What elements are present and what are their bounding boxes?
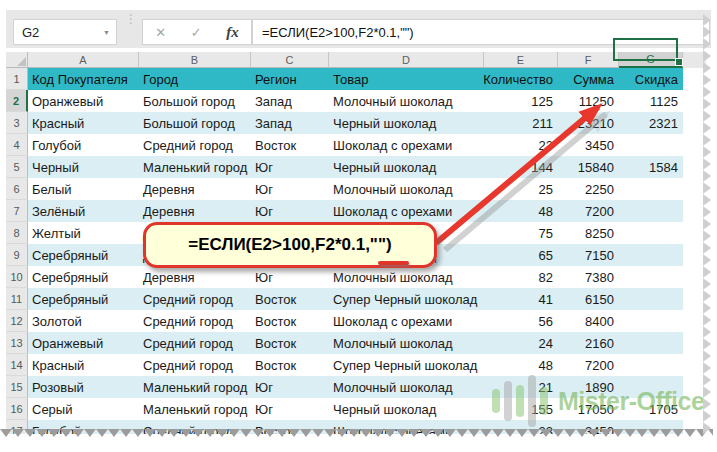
cell[interactable]: Шоколад с орехами (329, 200, 484, 222)
cell[interactable] (619, 200, 683, 222)
row-number[interactable]: 13 (6, 332, 28, 354)
cell[interactable]: 48 (484, 354, 558, 376)
cell[interactable]: Восток (251, 134, 329, 156)
cell[interactable]: Желтый (28, 222, 139, 244)
cell[interactable]: Белый (28, 178, 139, 200)
cell[interactable]: Молочный шоколад (329, 266, 484, 288)
insert-function-icon[interactable]: fx (226, 24, 239, 41)
cell[interactable]: Большой город (139, 112, 251, 134)
cell[interactable]: 125 (484, 90, 558, 112)
cell[interactable]: Юг (251, 398, 329, 420)
cell[interactable]: 82 (484, 266, 558, 288)
cell[interactable]: Шоколад с орехами (329, 420, 484, 434)
cell[interactable]: Запад (251, 112, 329, 134)
row-number[interactable]: 5 (6, 156, 28, 178)
cell[interactable]: Молочный шоколад (329, 376, 484, 398)
cell[interactable]: Черный шоколад (329, 156, 484, 178)
column-header-C[interactable]: C (251, 52, 329, 68)
cell[interactable]: 7200 (558, 354, 619, 376)
cell[interactable] (619, 332, 683, 354)
cell[interactable]: Черный (28, 156, 139, 178)
cell[interactable]: Молочный шоколад (329, 332, 484, 354)
row-number[interactable]: 1 (6, 68, 28, 90)
cell[interactable]: Восток (251, 354, 329, 376)
column-header-F[interactable]: F (558, 52, 619, 68)
cell[interactable] (619, 376, 683, 398)
cell[interactable]: 1584 (619, 156, 683, 178)
cell[interactable]: Сумма (558, 68, 619, 90)
row-number[interactable]: 15 (6, 376, 28, 398)
cell[interactable]: Молочный шоколад (329, 90, 484, 112)
cell[interactable]: 8400 (558, 310, 619, 332)
cancel-icon[interactable]: ✕ (155, 25, 166, 40)
cell[interactable]: 1890 (558, 376, 619, 398)
name-box-dropdown-icon[interactable]: ▼ (103, 29, 110, 36)
column-header-E[interactable]: E (484, 52, 558, 68)
cell[interactable] (619, 288, 683, 310)
cell[interactable]: Город (139, 68, 251, 90)
row-number[interactable]: 3 (6, 112, 28, 134)
cell[interactable]: 21 (484, 376, 558, 398)
cell[interactable]: Шоколад с орехами (329, 310, 484, 332)
enter-icon[interactable]: ✓ (191, 25, 202, 40)
row-number[interactable]: 4 (6, 134, 28, 156)
cell[interactable]: 144 (484, 156, 558, 178)
cell[interactable]: Оранжевый (28, 332, 139, 354)
cell[interactable]: 23210 (558, 112, 619, 134)
row-number[interactable]: 12 (6, 310, 28, 332)
row-number[interactable]: 6 (6, 178, 28, 200)
cell[interactable]: Серебряный (28, 244, 139, 266)
cell[interactable]: Регион (251, 68, 329, 90)
cell[interactable]: 11250 (558, 90, 619, 112)
cell[interactable]: Черный шоколад (329, 112, 484, 134)
cell[interactable]: Средний город (139, 420, 251, 434)
cell[interactable]: Красный (28, 112, 139, 134)
cell[interactable] (619, 178, 683, 200)
cell[interactable]: Юг (251, 376, 329, 398)
row-number[interactable]: 7 (6, 200, 28, 222)
row-number[interactable]: 2 (6, 90, 28, 112)
cell[interactable]: Запад (251, 90, 329, 112)
row-number[interactable]: 10 (6, 266, 28, 288)
cell[interactable]: 7200 (558, 200, 619, 222)
cell[interactable]: 7380 (558, 266, 619, 288)
cell[interactable]: 23 (484, 134, 558, 156)
row-number[interactable]: 17 (6, 420, 28, 434)
cell[interactable]: 65 (484, 244, 558, 266)
cell[interactable]: Восток (251, 332, 329, 354)
row-number[interactable]: 16 (6, 398, 28, 420)
cell[interactable]: Маленький город (139, 376, 251, 398)
name-box[interactable]: G2 ▼ (13, 19, 117, 45)
cell[interactable] (619, 354, 683, 376)
cell[interactable]: Голубой (28, 134, 139, 156)
cell[interactable]: Серебряный (28, 288, 139, 310)
column-header-D[interactable]: D (329, 52, 484, 68)
cell[interactable]: 8250 (558, 222, 619, 244)
cell[interactable]: Юг (251, 178, 329, 200)
cell[interactable] (619, 420, 683, 434)
cell[interactable]: 1705 (619, 398, 683, 420)
cell[interactable]: Серебряный (28, 266, 139, 288)
cell[interactable]: 41 (484, 288, 558, 310)
cell[interactable]: 56 (484, 310, 558, 332)
cell[interactable]: Юг (251, 200, 329, 222)
cell[interactable] (619, 310, 683, 332)
cell[interactable]: Скидка (619, 68, 683, 90)
cell[interactable]: Средний город (139, 310, 251, 332)
cell[interactable]: Розовый (28, 376, 139, 398)
cell[interactable]: Восток (251, 288, 329, 310)
row-number[interactable]: 14 (6, 354, 28, 376)
cell[interactable]: Серый (28, 398, 139, 420)
cell[interactable]: Средний город (139, 288, 251, 310)
cell[interactable]: Оранжевый (28, 90, 139, 112)
column-header-A[interactable]: A (28, 52, 139, 68)
cell[interactable]: Супер Черный шоколад (329, 288, 484, 310)
cell[interactable] (619, 266, 683, 288)
cell[interactable]: 2160 (558, 332, 619, 354)
cell[interactable]: Юг (251, 156, 329, 178)
cell[interactable]: 3450 (558, 420, 619, 434)
cell[interactable]: Восток (251, 420, 329, 434)
cell[interactable]: Средний город (139, 134, 251, 156)
cell[interactable]: 75 (484, 222, 558, 244)
cell[interactable]: Товар (329, 68, 484, 90)
